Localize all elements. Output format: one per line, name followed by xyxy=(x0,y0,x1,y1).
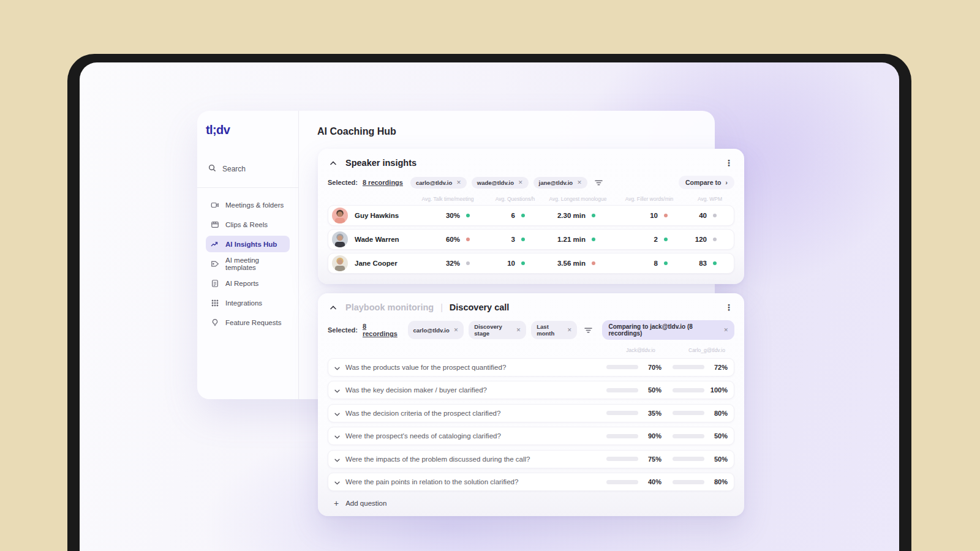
progress-group: 80% xyxy=(673,478,728,485)
playbook-card: Playbook monitoring | Discovery call ⋮ S… xyxy=(318,293,744,516)
sidebar-item-ai-meeting-templates[interactable]: AI meeting templates xyxy=(206,255,290,272)
metric-cell: 10 xyxy=(606,212,679,219)
metric-cell: 2.30 min xyxy=(536,212,606,219)
page-title: AI Coaching Hub xyxy=(317,126,396,137)
progress-percent: 80% xyxy=(708,410,728,417)
question-text: Were the prospect's needs of cataloging … xyxy=(345,432,501,440)
sidebar-item-ai-reports[interactable]: AI Reports xyxy=(206,275,290,291)
progress-track xyxy=(606,457,638,461)
metric-value: 60% xyxy=(446,236,460,243)
close-icon[interactable]: ✕ xyxy=(567,327,572,333)
chevron-down-icon[interactable] xyxy=(334,362,340,373)
metric-cell: 8 xyxy=(606,260,679,267)
clapper-icon xyxy=(211,220,219,229)
collapse-chevron-up-icon[interactable] xyxy=(328,157,339,168)
metric-cell: 60% xyxy=(401,236,481,243)
close-icon[interactable]: ✕ xyxy=(723,327,728,333)
status-dot-good xyxy=(664,238,668,241)
metric-cell: 10 xyxy=(481,260,536,267)
selected-label: Selected: xyxy=(328,326,358,334)
playbook-monitoring-label: Playbook monitoring xyxy=(345,302,434,312)
chevron-down-icon[interactable] xyxy=(334,408,340,419)
speaker-filter-row: Selected: 8 recordings carlo@tldv.io✕wad… xyxy=(328,176,734,189)
chevron-down-icon[interactable] xyxy=(334,384,340,395)
laptop-screen: tl;dv Search Meetings & foldersClips & R… xyxy=(80,62,899,551)
speaker-name: Jane Cooper xyxy=(355,260,398,267)
kebab-menu-icon[interactable]: ⋮ xyxy=(723,157,734,168)
metric-cell: 40 xyxy=(679,212,728,219)
metric-value: 6 xyxy=(511,212,515,219)
chevron-down-icon[interactable] xyxy=(334,430,340,441)
kebab-menu-icon[interactable]: ⋮ xyxy=(723,302,734,313)
close-icon[interactable]: ✕ xyxy=(577,179,582,186)
progress-track xyxy=(673,457,704,461)
selected-recordings-link[interactable]: 8 recordings xyxy=(363,179,403,186)
playbook-question-row[interactable]: Was the products value for the prospect … xyxy=(328,358,734,377)
metric-cell: 120 xyxy=(679,236,728,243)
progress-track xyxy=(606,434,638,438)
sidebar-item-clips-reels[interactable]: Clips & Reels xyxy=(206,216,290,233)
metric-value: 83 xyxy=(699,260,707,267)
close-icon[interactable]: ✕ xyxy=(518,179,523,186)
search-button[interactable]: Search xyxy=(206,163,290,175)
filter-icon[interactable] xyxy=(595,179,603,186)
chip-label: Discovery stage xyxy=(474,323,511,337)
playbook-filter-chip[interactable]: Last month✕ xyxy=(531,321,577,339)
sidebar-nav: Meetings & foldersClips & ReelsAI Insigh… xyxy=(206,197,290,331)
metric-cell: 2 xyxy=(606,236,679,243)
progress-track xyxy=(606,365,638,369)
playbook-question-row[interactable]: Were the pain points in relation to the … xyxy=(328,473,734,491)
chevron-down-icon[interactable] xyxy=(334,454,340,465)
close-icon[interactable]: ✕ xyxy=(456,179,461,186)
status-dot-neutral xyxy=(713,214,717,217)
column-header: Avg. Questions/h xyxy=(488,196,543,202)
playbook-question-row[interactable]: Was the decision criteria of the prospec… xyxy=(328,404,734,422)
status-dot-good xyxy=(521,261,525,265)
add-question-button[interactable]: + Add question xyxy=(328,499,734,508)
speaker-name-cell: Jane Cooper xyxy=(332,255,401,271)
sidebar-item-feature-requests[interactable]: Feature Requests xyxy=(206,314,290,331)
status-dot-good xyxy=(466,214,470,217)
playbook-card-header: Playbook monitoring | Discovery call ⋮ xyxy=(328,293,734,313)
close-icon[interactable]: ✕ xyxy=(454,327,459,333)
column-header: Avg. Talk time/meeting xyxy=(408,196,488,202)
question-text: Were the pain points in relation to the … xyxy=(345,478,518,485)
filter-icon[interactable] xyxy=(584,327,592,334)
sidebar-divider xyxy=(197,187,298,188)
metric-cell: 3 xyxy=(481,236,536,243)
playbook-filter-chip[interactable]: carlo@tldv.io✕ xyxy=(408,321,464,339)
speaker-column-headers: Avg. Talk time/meetingAvg. Questions/hAv… xyxy=(328,196,734,202)
playbook-question-row[interactable]: Were the impacts of the problem discusse… xyxy=(328,450,734,468)
sidebar-item-label: AI Reports xyxy=(225,280,258,287)
sidebar-item-meetings-folders[interactable]: Meetings & folders xyxy=(206,197,290,213)
sidebar-item-integrations[interactable]: Integrations xyxy=(206,294,290,311)
progress-group: 35% xyxy=(606,410,662,417)
sidebar-item-ai-insights-hub[interactable]: AI Insights Hub xyxy=(206,236,290,252)
chevron-down-icon[interactable] xyxy=(334,476,340,487)
progress-percent: 40% xyxy=(642,478,662,485)
metric-value: 10 xyxy=(650,212,658,219)
speaker-filter-chip[interactable]: carlo@tldv.io✕ xyxy=(410,177,467,189)
progress-group: 50% xyxy=(673,455,728,463)
progress-group: 50% xyxy=(606,386,662,394)
laptop-frame: tl;dv Search Meetings & foldersClips & R… xyxy=(67,54,911,551)
comparing-chip[interactable]: Comparing to jack@tldv.io (8 recordings)… xyxy=(602,320,734,340)
metric-value: 3 xyxy=(511,236,515,243)
metric-cell: 1.21 min xyxy=(536,236,606,243)
metric-value: 32% xyxy=(446,260,460,267)
speaker-filter-chip[interactable]: jane@tldv.io✕ xyxy=(533,177,587,189)
playbook-filter-chip[interactable]: Discovery stage✕ xyxy=(469,321,526,339)
playbook-column-headers: Jack@tldv.io Carlo_g@tldv.io xyxy=(328,347,734,353)
selected-recordings-link[interactable]: 8 recordings xyxy=(363,323,401,337)
progress-track xyxy=(673,388,704,392)
progress-percent: 80% xyxy=(708,478,728,485)
playbook-question-row[interactable]: Was the key decision maker / buyer clari… xyxy=(328,381,734,399)
progress-track xyxy=(673,434,704,438)
speaker-filter-chip[interactable]: wade@tldv.io✕ xyxy=(472,177,529,189)
playbook-question-row[interactable]: Were the prospect's needs of cataloging … xyxy=(328,427,734,445)
progress-percent: 50% xyxy=(708,432,728,440)
compare-to-button[interactable]: Compare to › xyxy=(679,176,734,189)
close-icon[interactable]: ✕ xyxy=(516,327,521,333)
status-dot-bad xyxy=(592,261,595,265)
collapse-chevron-up-icon[interactable] xyxy=(328,302,339,313)
